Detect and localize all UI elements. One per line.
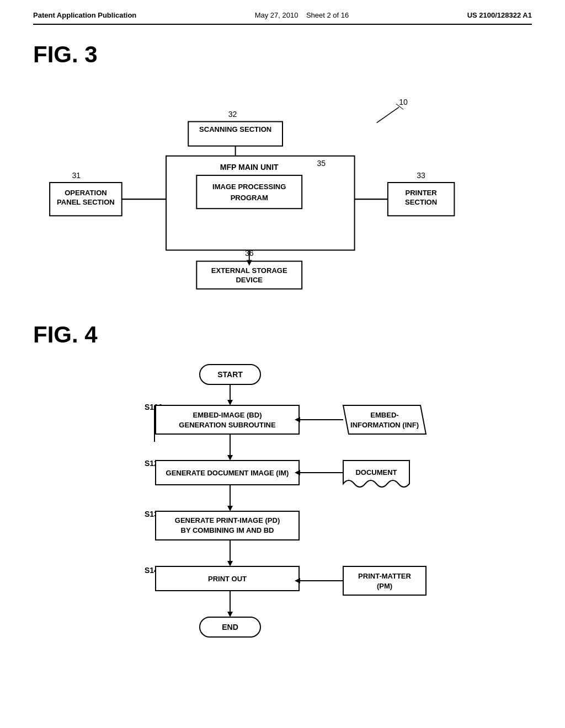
image-processing-box xyxy=(196,175,302,208)
page-header: Patent Application Publication May 27, 2… xyxy=(33,11,532,25)
embed-info-shape xyxy=(343,405,426,434)
header-center: May 27, 2010 Sheet 2 of 16 xyxy=(255,11,349,19)
gen-print-image-text1: GENERATE PRINT-IMAGE (PD) xyxy=(175,516,280,524)
fig4-svg: START S100 EMBED-IMAGE (BD) GENERATION S… xyxy=(33,359,532,679)
gen-print-image-text2: BY COMBINING IM AND BD xyxy=(181,526,274,534)
label-33: 33 xyxy=(417,171,425,180)
embed-info-text1: EMBED- xyxy=(370,411,398,419)
scanning-section-text1: SCANNING SECTION xyxy=(199,125,271,133)
arrowhead-s121-s131 xyxy=(227,506,233,511)
gen-doc-image-text: GENERATE DOCUMENT IMAGE (IM) xyxy=(166,469,289,477)
arrowhead-start-s100 xyxy=(227,400,233,405)
fig4-diagram: START S100 EMBED-IMAGE (BD) GENERATION S… xyxy=(33,359,532,679)
operation-panel-text2: PANEL SECTION xyxy=(57,198,115,206)
arrowhead-s100-s121 xyxy=(227,455,233,461)
image-processing-text2: PROGRAM xyxy=(231,194,268,202)
header-right: US 2100/128322 A1 xyxy=(467,11,532,19)
external-storage-text1: EXTERNAL STORAGE xyxy=(211,266,287,275)
embed-image-text1: EMBED-IMAGE (BD) xyxy=(193,411,262,419)
printer-section-text1: PRINTER xyxy=(405,189,437,197)
header-date: May 27, 2010 xyxy=(255,11,299,19)
page: Patent Application Publication May 27, 2… xyxy=(0,0,565,728)
start-text: START xyxy=(217,370,243,379)
fig4-label: FIG. 4 xyxy=(33,322,532,348)
label-31: 31 xyxy=(72,171,81,180)
end-text: END xyxy=(222,623,238,631)
fig3-diagram: 10 32 SCANNING SECTION 34 MFP MAIN UNIT … xyxy=(33,79,532,288)
print-matter-text1: PRINT-MATTER xyxy=(358,572,411,580)
print-out-text: PRINT OUT xyxy=(208,575,247,583)
fig3-svg: 10 32 SCANNING SECTION 34 MFP MAIN UNIT … xyxy=(33,79,532,288)
label-35: 35 xyxy=(317,159,326,168)
embed-image-text2: GENERATION SUBROUTINE xyxy=(179,421,276,429)
label-32: 32 xyxy=(228,110,237,119)
external-storage-text2: DEVICE xyxy=(236,276,263,284)
fig3-label: FIG. 3 xyxy=(33,41,532,68)
gen-print-image-box xyxy=(156,511,299,540)
image-processing-text1: IMAGE PROCESSING xyxy=(212,183,286,191)
print-matter-text2: (PM) xyxy=(377,582,392,590)
embed-image-box xyxy=(156,405,299,434)
arrowhead-s141-end xyxy=(227,612,233,617)
operation-panel-text1: OPERATION xyxy=(65,189,107,197)
label-10: 10 xyxy=(399,98,408,106)
arrow-10 xyxy=(377,107,399,122)
printer-section-text2: SECTION xyxy=(405,198,437,206)
print-matter-box xyxy=(343,566,426,595)
mfp-main-text: MFP MAIN UNIT xyxy=(220,163,279,172)
embed-info-text2: INFORMATION (INF) xyxy=(350,421,419,429)
document-text: DOCUMENT xyxy=(355,468,397,477)
arrowhead-s131-s141 xyxy=(227,561,233,566)
header-left: Patent Application Publication xyxy=(33,11,136,19)
header-sheet: Sheet 2 of 16 xyxy=(306,11,349,19)
